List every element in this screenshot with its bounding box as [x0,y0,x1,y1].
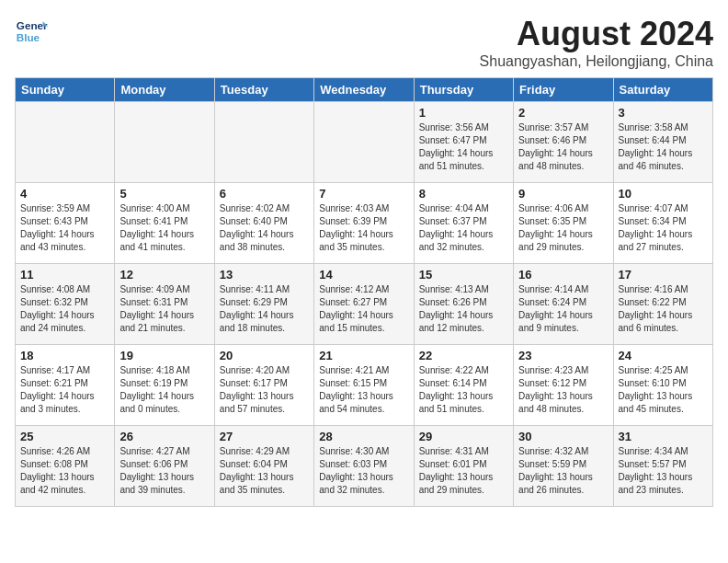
table-row: 18Sunrise: 4:17 AM Sunset: 6:21 PM Dayli… [16,345,115,426]
table-row: 31Sunrise: 4:34 AM Sunset: 5:57 PM Dayli… [613,426,712,507]
day-number: 5 [119,187,209,201]
table-row: 28Sunrise: 4:30 AM Sunset: 6:03 PM Dayli… [314,426,414,507]
week-row-5: 25Sunrise: 4:26 AM Sunset: 6:08 PM Dayli… [16,426,713,507]
day-info: Sunrise: 4:04 AM Sunset: 6:37 PM Dayligh… [419,202,508,254]
table-row: 27Sunrise: 4:29 AM Sunset: 6:04 PM Dayli… [214,426,313,507]
table-row [16,102,115,183]
table-row: 11Sunrise: 4:08 AM Sunset: 6:32 PM Dayli… [16,264,115,345]
day-number: 30 [518,430,608,443]
table-row: 3Sunrise: 3:58 AM Sunset: 6:44 PM Daylig… [613,102,712,183]
table-row: 4Sunrise: 3:59 AM Sunset: 6:43 PM Daylig… [16,183,115,264]
day-info: Sunrise: 3:58 AM Sunset: 6:44 PM Dayligh… [619,121,708,173]
day-info: Sunrise: 4:16 AM Sunset: 6:22 PM Dayligh… [619,283,708,335]
table-row: 29Sunrise: 4:31 AM Sunset: 6:01 PM Dayli… [414,426,513,507]
day-info: Sunrise: 4:14 AM Sunset: 6:24 PM Dayligh… [518,283,608,335]
day-info: Sunrise: 4:07 AM Sunset: 6:34 PM Dayligh… [619,202,708,254]
week-row-4: 18Sunrise: 4:17 AM Sunset: 6:21 PM Dayli… [16,345,713,426]
day-info: Sunrise: 4:00 AM Sunset: 6:41 PM Dayligh… [119,202,209,254]
table-row: 5Sunrise: 4:00 AM Sunset: 6:41 PM Daylig… [115,183,214,264]
table-row: 24Sunrise: 4:25 AM Sunset: 6:10 PM Dayli… [613,345,712,426]
day-info: Sunrise: 4:26 AM Sunset: 6:08 PM Dayligh… [20,445,109,497]
day-number: 2 [518,106,608,120]
location: Shuangyashan, Heilongjiang, China [480,53,713,70]
day-info: Sunrise: 4:18 AM Sunset: 6:19 PM Dayligh… [119,364,209,416]
day-number: 20 [220,349,309,362]
day-number: 29 [419,430,508,443]
page-header: General Blue August 2024 Shuangyashan, H… [15,15,713,70]
day-number: 17 [619,268,708,282]
day-number: 10 [619,187,708,201]
header-saturday: Saturday [613,78,712,102]
day-info: Sunrise: 4:31 AM Sunset: 6:01 PM Dayligh… [419,445,508,497]
day-number: 4 [20,187,109,201]
table-row [115,102,214,183]
day-info: Sunrise: 4:29 AM Sunset: 6:04 PM Dayligh… [220,445,309,497]
table-row: 25Sunrise: 4:26 AM Sunset: 6:08 PM Dayli… [16,426,115,507]
table-row [314,102,414,183]
table-row: 14Sunrise: 4:12 AM Sunset: 6:27 PM Dayli… [314,264,414,345]
day-number: 22 [419,349,508,362]
table-row: 10Sunrise: 4:07 AM Sunset: 6:34 PM Dayli… [613,183,712,264]
day-info: Sunrise: 4:02 AM Sunset: 6:40 PM Dayligh… [220,202,309,254]
day-number: 8 [419,187,508,201]
month-year: August 2024 [480,15,713,53]
table-row: 16Sunrise: 4:14 AM Sunset: 6:24 PM Dayli… [514,264,613,345]
day-number: 12 [119,268,209,282]
table-row: 19Sunrise: 4:18 AM Sunset: 6:19 PM Dayli… [115,345,214,426]
day-info: Sunrise: 4:20 AM Sunset: 6:17 PM Dayligh… [220,364,309,416]
day-info: Sunrise: 4:06 AM Sunset: 6:35 PM Dayligh… [518,202,608,254]
day-number: 25 [20,430,109,443]
day-number: 11 [20,268,109,282]
table-row: 12Sunrise: 4:09 AM Sunset: 6:31 PM Dayli… [115,264,214,345]
day-number: 26 [119,430,209,443]
day-info: Sunrise: 3:59 AM Sunset: 6:43 PM Dayligh… [20,202,109,254]
day-info: Sunrise: 4:03 AM Sunset: 6:39 PM Dayligh… [319,202,408,254]
day-number: 27 [220,430,309,443]
header-wednesday: Wednesday [314,78,414,102]
header-friday: Friday [514,78,613,102]
header-tuesday: Tuesday [214,78,313,102]
table-row: 22Sunrise: 4:22 AM Sunset: 6:14 PM Dayli… [414,345,513,426]
day-number: 18 [20,349,109,362]
table-row: 20Sunrise: 4:20 AM Sunset: 6:17 PM Dayli… [214,345,313,426]
day-number: 9 [518,187,608,201]
table-row: 7Sunrise: 4:03 AM Sunset: 6:39 PM Daylig… [314,183,414,264]
week-row-2: 4Sunrise: 3:59 AM Sunset: 6:43 PM Daylig… [16,183,713,264]
header-thursday: Thursday [414,78,513,102]
day-info: Sunrise: 4:32 AM Sunset: 5:59 PM Dayligh… [518,445,608,497]
day-number: 13 [220,268,309,282]
day-number: 19 [119,349,209,362]
day-info: Sunrise: 4:21 AM Sunset: 6:15 PM Dayligh… [319,364,408,416]
table-row [214,102,313,183]
day-info: Sunrise: 4:22 AM Sunset: 6:14 PM Dayligh… [419,364,508,416]
weekday-header-row: Sunday Monday Tuesday Wednesday Thursday… [16,78,713,102]
day-info: Sunrise: 4:11 AM Sunset: 6:29 PM Dayligh… [220,283,309,335]
week-row-1: 1Sunrise: 3:56 AM Sunset: 6:47 PM Daylig… [16,102,713,183]
day-number: 3 [619,106,708,120]
title-block: August 2024 Shuangyashan, Heilongjiang, … [480,15,713,70]
day-info: Sunrise: 4:12 AM Sunset: 6:27 PM Dayligh… [319,283,408,335]
header-sunday: Sunday [16,78,115,102]
table-row: 9Sunrise: 4:06 AM Sunset: 6:35 PM Daylig… [514,183,613,264]
day-info: Sunrise: 4:30 AM Sunset: 6:03 PM Dayligh… [319,445,408,497]
day-number: 6 [220,187,309,201]
table-row: 13Sunrise: 4:11 AM Sunset: 6:29 PM Dayli… [214,264,313,345]
day-info: Sunrise: 4:08 AM Sunset: 6:32 PM Dayligh… [20,283,109,335]
table-row: 23Sunrise: 4:23 AM Sunset: 6:12 PM Dayli… [514,345,613,426]
day-info: Sunrise: 4:09 AM Sunset: 6:31 PM Dayligh… [119,283,209,335]
table-row: 30Sunrise: 4:32 AM Sunset: 5:59 PM Dayli… [514,426,613,507]
day-number: 16 [518,268,608,282]
day-number: 21 [319,349,408,362]
day-info: Sunrise: 3:57 AM Sunset: 6:46 PM Dayligh… [518,121,608,173]
day-number: 14 [319,268,408,282]
table-row: 15Sunrise: 4:13 AM Sunset: 6:26 PM Dayli… [414,264,513,345]
day-number: 24 [619,349,708,362]
table-row: 21Sunrise: 4:21 AM Sunset: 6:15 PM Dayli… [314,345,414,426]
day-info: Sunrise: 4:17 AM Sunset: 6:21 PM Dayligh… [20,364,109,416]
day-number: 15 [419,268,508,282]
day-number: 1 [419,106,508,120]
day-info: Sunrise: 4:25 AM Sunset: 6:10 PM Dayligh… [619,364,708,416]
calendar-table: Sunday Monday Tuesday Wednesday Thursday… [15,77,713,507]
day-number: 28 [319,430,408,443]
day-info: Sunrise: 4:34 AM Sunset: 5:57 PM Dayligh… [619,445,708,497]
